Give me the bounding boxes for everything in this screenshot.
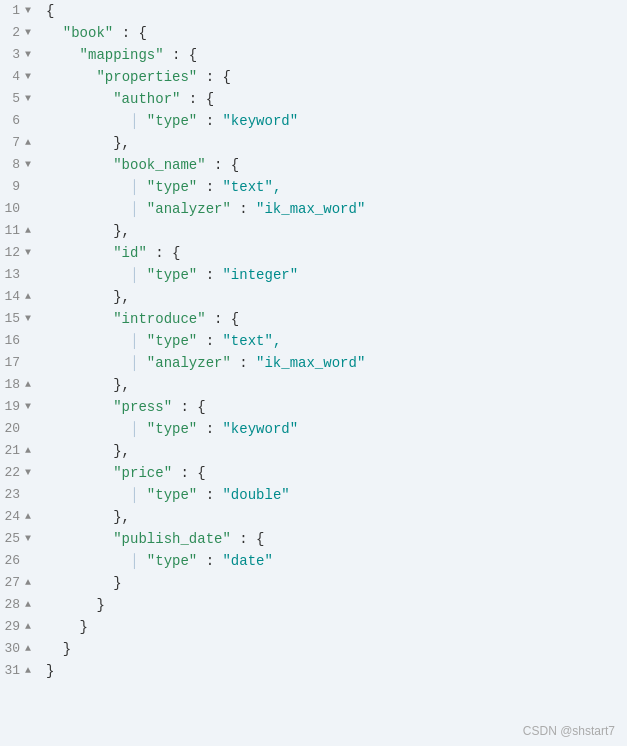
fold-arrow[interactable]: ▼: [22, 154, 34, 176]
token-bracket: {: [189, 47, 197, 63]
fold-arrow[interactable]: ▼: [22, 528, 34, 550]
line-num-col: 7▲: [0, 132, 42, 154]
token-key: "type": [147, 113, 197, 129]
code-row: 7▲ },: [0, 132, 627, 154]
token-colon: :: [197, 421, 222, 437]
fold-arrow[interactable]: ▼: [22, 0, 34, 22]
fold-arrow[interactable]: ▼: [22, 44, 34, 66]
line-number: 15: [0, 308, 22, 330]
token-key: "mappings": [80, 47, 164, 63]
fold-arrow[interactable]: ▲: [22, 374, 34, 396]
fold-arrow[interactable]: ▼: [22, 462, 34, 484]
token-colon: :: [172, 399, 197, 415]
token-bracket: }: [46, 663, 54, 679]
code-content: │ "type" : "text",: [42, 176, 627, 198]
line-number: 29: [0, 616, 22, 638]
code-content: │ "type" : "keyword": [42, 110, 627, 132]
token-key: "type": [147, 267, 197, 283]
code-row: 12▼ "id" : {: [0, 242, 627, 264]
token-string-val: "keyword": [222, 113, 298, 129]
code-row: 10 │ "analyzer" : "ik_max_word": [0, 198, 627, 220]
token-key: "analyzer": [147, 201, 231, 217]
gutter-line: │: [130, 113, 147, 129]
code-row: 15▼ "introduce" : {: [0, 308, 627, 330]
code-content: },: [42, 374, 627, 396]
token-colon: :: [197, 69, 222, 85]
code-content: }: [42, 572, 627, 594]
line-number: 18: [0, 374, 22, 396]
fold-arrow[interactable]: ▲: [22, 440, 34, 462]
line-num-col: 15▼: [0, 308, 42, 330]
line-num-col: 25▼: [0, 528, 42, 550]
gutter-line: │: [130, 553, 147, 569]
line-num-col: 2▼: [0, 22, 42, 44]
token-bracket: }: [113, 575, 121, 591]
code-content: "publish_date" : {: [42, 528, 627, 550]
code-row: 22▼ "price" : {: [0, 462, 627, 484]
code-content: "introduce" : {: [42, 308, 627, 330]
code-content: "author" : {: [42, 88, 627, 110]
line-number: 22: [0, 462, 22, 484]
fold-arrow[interactable]: ▲: [22, 286, 34, 308]
token-colon: :: [206, 157, 231, 173]
code-row: 2▼ "book" : {: [0, 22, 627, 44]
line-num-col: 12▼: [0, 242, 42, 264]
code-content: "press" : {: [42, 396, 627, 418]
line-num-col: 29▲: [0, 616, 42, 638]
code-row: 13 │ "type" : "integer": [0, 264, 627, 286]
fold-arrow[interactable]: ▲: [22, 660, 34, 682]
fold-arrow[interactable]: ▲: [22, 616, 34, 638]
line-num-col: 21▲: [0, 440, 42, 462]
code-editor: 1▼{2▼ "book" : {3▼ "mappings" : {4▼ "pro…: [0, 0, 627, 746]
code-content: "book_name" : {: [42, 154, 627, 176]
line-number: 23: [0, 484, 22, 506]
code-row: 3▼ "mappings" : {: [0, 44, 627, 66]
token-colon: :: [180, 91, 205, 107]
fold-arrow[interactable]: ▼: [22, 88, 34, 110]
fold-arrow[interactable]: ▼: [22, 396, 34, 418]
code-content: │ "type" : "keyword": [42, 418, 627, 440]
line-number: 11: [0, 220, 22, 242]
token-colon: :: [197, 113, 222, 129]
fold-arrow[interactable]: ▲: [22, 506, 34, 528]
code-content: │ "type" : "text",: [42, 330, 627, 352]
line-num-col: 17: [0, 352, 42, 374]
line-number: 21: [0, 440, 22, 462]
code-row: 20 │ "type" : "keyword": [0, 418, 627, 440]
fold-arrow[interactable]: ▲: [22, 132, 34, 154]
line-number: 8: [0, 154, 22, 176]
line-number: 14: [0, 286, 22, 308]
gutter-line: │: [130, 267, 147, 283]
fold-arrow[interactable]: ▲: [22, 594, 34, 616]
token-colon: :: [197, 487, 222, 503]
code-content: }: [42, 638, 627, 660]
code-row: 31▲}: [0, 660, 627, 682]
token-string-val: "text",: [222, 179, 281, 195]
line-number: 10: [0, 198, 22, 220]
fold-arrow[interactable]: ▲: [22, 220, 34, 242]
code-content: "price" : {: [42, 462, 627, 484]
line-number: 3: [0, 44, 22, 66]
code-content: }: [42, 594, 627, 616]
code-content: },: [42, 220, 627, 242]
code-row: 21▲ },: [0, 440, 627, 462]
line-number: 31: [0, 660, 22, 682]
code-content: │ "type" : "integer": [42, 264, 627, 286]
line-num-col: 16: [0, 330, 42, 352]
token-bracket: },: [113, 135, 130, 151]
code-content: },: [42, 132, 627, 154]
token-bracket: },: [113, 377, 130, 393]
fold-arrow[interactable]: ▼: [22, 308, 34, 330]
fold-arrow[interactable]: ▼: [22, 66, 34, 88]
fold-arrow[interactable]: ▼: [22, 242, 34, 264]
line-num-col: 13: [0, 264, 42, 286]
fold-arrow[interactable]: ▲: [22, 572, 34, 594]
code-row: 8▼ "book_name" : {: [0, 154, 627, 176]
line-number: 28: [0, 594, 22, 616]
line-num-col: 6: [0, 110, 42, 132]
token-string-val: "double": [222, 487, 289, 503]
fold-arrow[interactable]: ▲: [22, 638, 34, 660]
fold-arrow[interactable]: ▼: [22, 22, 34, 44]
line-num-col: 10: [0, 198, 42, 220]
token-string-val: "ik_max_word": [256, 355, 365, 371]
